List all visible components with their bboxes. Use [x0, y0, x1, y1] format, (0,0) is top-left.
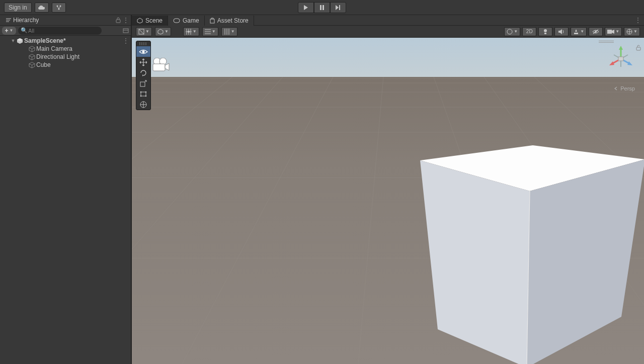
view-tool-button[interactable] — [136, 46, 150, 57]
render-dropdown[interactable]: ▼ — [504, 27, 520, 36]
gizmos-dropdown[interactable]: ▼ — [624, 27, 640, 36]
shading-mode-dropdown[interactable]: ▼ — [155, 27, 171, 36]
tool-strip-grip[interactable] — [139, 42, 147, 45]
svg-rect-12 — [123, 29, 128, 33]
tab-asset-store[interactable]: Asset Store — [205, 16, 254, 26]
effects-dropdown[interactable]: ▼ — [571, 27, 587, 36]
expand-arrow-icon[interactable]: ▼ — [10, 38, 16, 43]
hierarchy-title: Hierarchy — [13, 17, 39, 24]
hierarchy-search-input[interactable] — [18, 27, 102, 35]
skybox — [132, 38, 644, 83]
scene-row[interactable]: ▼ SampleScene* ⋮ — [0, 37, 131, 45]
tab-menu-icon[interactable]: ⋮ — [635, 17, 641, 24]
pause-button[interactable] — [314, 2, 330, 13]
orientation-gizmo[interactable] — [607, 45, 635, 73]
hierarchy-item-directional-light[interactable]: Directional Light — [0, 53, 131, 61]
svg-line-17 — [29, 47, 32, 49]
cube-object[interactable] — [419, 106, 644, 364]
svg-rect-92 — [636, 47, 640, 50]
svg-marker-86 — [165, 63, 169, 70]
svg-rect-47 — [544, 33, 546, 34]
object-label: Main Camera — [36, 45, 72, 52]
asset-store-icon — [210, 18, 215, 24]
svg-rect-49 — [574, 33, 578, 34]
svg-marker-28 — [137, 18, 142, 23]
grid-snap-button[interactable]: ▼ — [183, 27, 199, 36]
svg-line-25 — [29, 63, 32, 65]
scene-name: SampleScene* — [24, 37, 66, 44]
svg-rect-74 — [140, 82, 145, 86]
snap-increment-button[interactable]: ▼ — [202, 27, 218, 36]
svg-point-72 — [142, 50, 145, 53]
svg-line-21 — [29, 55, 32, 57]
search-icon: 🔍 — [21, 27, 28, 34]
gizmo-lock-icon[interactable] — [636, 45, 641, 51]
search-mode-icon[interactable] — [123, 28, 129, 33]
scene-menu-icon[interactable]: ⋮ — [123, 37, 129, 44]
svg-rect-11 — [116, 20, 120, 23]
scene-viewport[interactable]: Persp — [132, 38, 644, 364]
cube-outline-icon — [28, 61, 35, 68]
svg-line-22 — [32, 55, 35, 57]
svg-rect-7 — [339, 5, 340, 10]
cloud-icon[interactable] — [35, 3, 49, 13]
svg-rect-5 — [323, 5, 324, 10]
svg-marker-50 — [575, 29, 577, 32]
sign-in-button[interactable]: Sign in — [4, 3, 32, 13]
svg-line-69 — [132, 77, 283, 364]
tab-label: Game — [183, 17, 199, 24]
rotate-tool-button[interactable] — [136, 67, 150, 78]
version-control-icon[interactable] — [52, 3, 66, 13]
transform-tool-button[interactable] — [136, 99, 150, 110]
tab-scene[interactable]: Scene — [132, 16, 168, 26]
draw-mode-dropdown[interactable]: ▼ — [136, 27, 152, 36]
svg-marker-3 — [304, 5, 308, 10]
svg-line-65 — [358, 77, 383, 364]
svg-rect-4 — [320, 5, 321, 10]
svg-marker-89 — [527, 159, 644, 364]
audio-button[interactable] — [554, 27, 569, 36]
toggle-2d-button[interactable]: 2D — [522, 27, 536, 36]
hierarchy-tab[interactable]: Hierarchy — [2, 15, 43, 25]
snap-settings-button[interactable]: ▼ — [221, 27, 237, 36]
svg-rect-29 — [174, 19, 180, 23]
scale-tool-button[interactable] — [136, 78, 150, 88]
svg-point-79 — [145, 95, 147, 97]
tab-game[interactable]: Game — [168, 16, 205, 26]
hierarchy-item-cube[interactable]: Cube — [0, 61, 131, 69]
game-icon — [173, 18, 180, 23]
svg-marker-98 — [627, 61, 632, 65]
visibility-button[interactable] — [589, 27, 603, 36]
svg-marker-96 — [609, 61, 614, 65]
rect-tool-button[interactable] — [136, 88, 150, 99]
camera-gizmo-icon[interactable] — [152, 58, 170, 72]
svg-marker-54 — [612, 30, 614, 34]
hierarchy-list-icon — [6, 18, 11, 23]
play-button[interactable] — [298, 2, 314, 13]
svg-point-76 — [140, 91, 142, 93]
unity-scene-icon — [16, 37, 23, 44]
svg-rect-30 — [210, 19, 214, 23]
panel-menu-icon[interactable]: ⋮ — [123, 17, 129, 24]
svg-rect-85 — [153, 64, 165, 71]
svg-marker-6 — [336, 5, 339, 10]
lock-icon[interactable] — [116, 17, 121, 23]
gizmo-grip[interactable] — [599, 41, 614, 43]
camera-dropdown[interactable]: ▼ — [605, 27, 622, 36]
tab-label: Asset Store — [217, 17, 249, 24]
projection-mode-label[interactable]: Persp — [614, 85, 635, 92]
svg-rect-75 — [141, 92, 146, 96]
step-button[interactable] — [330, 2, 346, 13]
svg-marker-48 — [558, 29, 562, 34]
create-dropdown[interactable]: +▼ — [2, 27, 16, 35]
svg-marker-88 — [420, 160, 530, 364]
hierarchy-item-main-camera[interactable]: Main Camera — [0, 45, 131, 53]
object-label: Directional Light — [36, 53, 79, 60]
svg-rect-102 — [618, 57, 623, 61]
tab-label: Scene — [145, 17, 163, 24]
move-tool-button[interactable] — [136, 57, 150, 67]
svg-line-67 — [182, 77, 333, 364]
svg-marker-73 — [142, 74, 143, 76]
cube-outline-icon — [28, 45, 35, 52]
lighting-button[interactable] — [538, 27, 552, 36]
